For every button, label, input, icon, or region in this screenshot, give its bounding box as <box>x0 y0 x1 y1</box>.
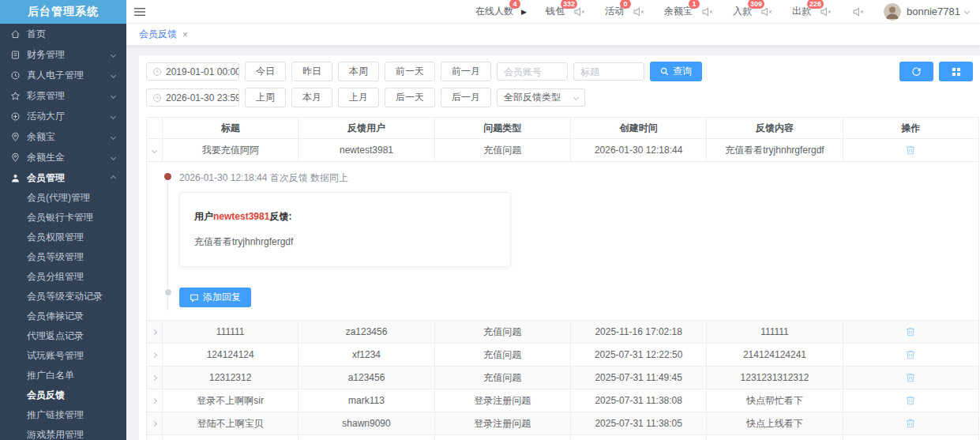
row-expand-toggle[interactable] <box>147 412 163 434</box>
delete-button[interactable] <box>905 372 916 383</box>
quick-this-month-button[interactable]: 本月 <box>291 88 332 107</box>
quick-prev-month-button[interactable]: 前一月 <box>441 62 491 81</box>
play-icon[interactable]: ▶ <box>521 8 527 16</box>
sidebar-subitem-groups[interactable]: 会员分组管理 <box>0 267 126 287</box>
quick-last-month-button[interactable]: 上月 <box>338 88 379 107</box>
sidebar-item-yuebao[interactable]: 余额宝 <box>0 126 126 147</box>
pin-icon <box>9 152 21 164</box>
delete-button[interactable] <box>905 326 916 337</box>
content: 2019-01-01 00:00:00 今日 昨日 本周 前一天 前一月 查询 <box>126 46 980 440</box>
stat-wallet[interactable]: 钱包332 <box>546 5 586 18</box>
column-header-actions: 操作 <box>843 118 978 138</box>
timeline-entry-title: 2026-01-30 12:18:44 首次反馈 数据同上 <box>179 171 978 185</box>
sidebar-subitem-level-changes[interactable]: 会员等级变动记录 <box>0 287 126 306</box>
row-expand-toggle[interactable] <box>147 344 163 366</box>
username[interactable]: bonnie7781 <box>907 6 960 17</box>
stat-label: 出款226 <box>792 5 811 18</box>
sidebar-subitem-bank-card[interactable]: 会员银行卡管理 <box>0 208 126 228</box>
sidebar-subitem-member-agent[interactable]: 会员(代理)管理 <box>0 188 126 208</box>
sidebar-subitem-game-bans[interactable]: 游戏禁用管理 <box>0 425 126 440</box>
member-account-input[interactable] <box>497 62 568 81</box>
quick-last-week-button[interactable]: 上周 <box>245 88 286 107</box>
chevron-down-icon[interactable] <box>964 9 970 14</box>
speaker-muted-icon[interactable] <box>853 7 865 17</box>
speaker-muted-icon[interactable] <box>633 7 645 17</box>
quick-next-month-button[interactable]: 后一月 <box>441 88 491 107</box>
sidebar-subitem-member-feedback[interactable]: 会员反馈 <box>0 385 126 405</box>
quick-prev-day-button[interactable]: 前一天 <box>385 62 435 81</box>
add-reply-button[interactable]: 添加回复 <box>179 288 251 307</box>
stat-activity[interactable]: 活动0 <box>605 5 645 18</box>
feedback-card: 用户newtest3981反馈: 充值看看tryjhnhrgfergdf <box>179 192 511 267</box>
row-expand-toggle[interactable] <box>147 435 163 440</box>
start-date-input[interactable]: 2019-01-01 00:00:00 <box>146 62 239 81</box>
subitem-label: 推广链接管理 <box>27 408 84 422</box>
end-date-input[interactable]: 2026-01-30 23:59:59 <box>146 88 239 107</box>
feedback-type-select[interactable]: 全部反馈类型 <box>497 88 585 107</box>
speaker-muted-icon[interactable] <box>761 7 773 17</box>
quick-today-button[interactable]: 今日 <box>245 62 286 81</box>
delete-button[interactable] <box>905 145 916 156</box>
sidebar-item-live-games[interactable]: 真人电子管理 <box>0 65 126 85</box>
delete-button[interactable] <box>905 418 916 429</box>
timeline-item-reply: 添加回复 <box>179 288 978 307</box>
cell-created: 2025-07-31 11:38:05 <box>571 412 707 434</box>
stat-yuebao[interactable]: 余额宝1 <box>664 5 714 18</box>
stat-deposits[interactable]: 入款309 <box>733 5 773 18</box>
sidebar-subitem-salary-records[interactable]: 会员俸禄记录 <box>0 306 126 326</box>
cell-actions <box>843 412 978 434</box>
sidebar-item-lottery[interactable]: 彩票管理 <box>0 85 126 106</box>
sidebar-subitem-promo-links[interactable]: 推广链接管理 <box>0 405 126 425</box>
stat-online-users[interactable]: 在线人数4 ▶ <box>475 5 527 18</box>
sidebar-item-activity-hall[interactable]: 活动大厅 <box>0 106 126 126</box>
quick-next-day-button[interactable]: 后一天 <box>385 88 435 107</box>
sidebar-item-label: 财务管理 <box>27 48 65 62</box>
sidebar-item-home[interactable]: 首页 <box>0 24 126 44</box>
chevron-right-icon <box>152 374 157 380</box>
refresh-button[interactable] <box>899 62 933 81</box>
sidebar-item-shengjin[interactable]: 余额生金 <box>0 147 126 167</box>
status-badge: 1 <box>689 0 700 9</box>
cell-actions <box>843 435 978 440</box>
sidebar-item-label: 彩票管理 <box>27 89 65 103</box>
sidebar-subitem-trial-accounts[interactable]: 试玩账号管理 <box>0 346 126 366</box>
quick-yesterday-button[interactable]: 昨日 <box>291 62 332 81</box>
stat-withdrawals[interactable]: 出款226 <box>792 5 832 18</box>
sidebar-subitem-rebate-records[interactable]: 代理返点记录 <box>0 326 126 346</box>
table-row: 111111 za123456 充值问题 2025-11-16 17:02:18… <box>147 321 978 344</box>
sidebar-item-member-management[interactable]: 会员管理 <box>0 167 126 188</box>
speaker-muted-icon[interactable] <box>574 7 586 17</box>
row-expand-toggle[interactable] <box>147 389 163 412</box>
speaker-muted-icon[interactable] <box>820 7 832 17</box>
row-expand-toggle[interactable] <box>147 139 163 161</box>
avatar[interactable] <box>884 3 901 21</box>
columns-grid-button[interactable] <box>939 62 973 81</box>
clock-icon <box>152 67 162 77</box>
tab-member-feedback[interactable]: 会员反馈 × <box>139 28 188 41</box>
sidebar-subitem-permissions[interactable]: 会员权限管理 <box>0 228 126 247</box>
close-icon[interactable]: × <box>182 29 188 40</box>
feedback-message: 充值看看tryjhnhrgfergdf <box>194 235 496 249</box>
member-user-icon <box>9 172 21 184</box>
row-expand-toggle[interactable] <box>147 321 163 343</box>
delete-button[interactable] <box>905 349 916 360</box>
hamburger-menu-icon[interactable] <box>134 7 145 17</box>
subitem-label: 试玩账号管理 <box>27 349 84 363</box>
sidebar-subitem-levels[interactable]: 会员等级管理 <box>0 247 126 267</box>
search-button[interactable]: 查询 <box>650 62 702 81</box>
trash-icon <box>905 326 916 337</box>
header-expand-cell <box>147 118 163 138</box>
table-row: 游戏没中奖啊 mark113 三方游戏问题 2025-07-31 11:37:1… <box>147 435 978 440</box>
stat-label: 入款309 <box>733 5 752 18</box>
sidebar-subitem-promo-whitelist[interactable]: 推广白名单 <box>0 366 126 385</box>
title-input[interactable] <box>573 62 644 81</box>
cell-title: 124124124 <box>163 344 299 366</box>
quick-this-week-button[interactable]: 本周 <box>338 62 379 81</box>
chevron-down-icon <box>111 113 116 118</box>
cell-title: 登录不上啊啊sir <box>163 389 299 412</box>
delete-button[interactable] <box>905 395 916 406</box>
search-button-label: 查询 <box>673 65 692 78</box>
row-expand-toggle[interactable] <box>147 367 163 389</box>
speaker-muted-icon[interactable] <box>702 7 714 17</box>
sidebar-item-finance[interactable]: 财务管理 <box>0 44 126 65</box>
